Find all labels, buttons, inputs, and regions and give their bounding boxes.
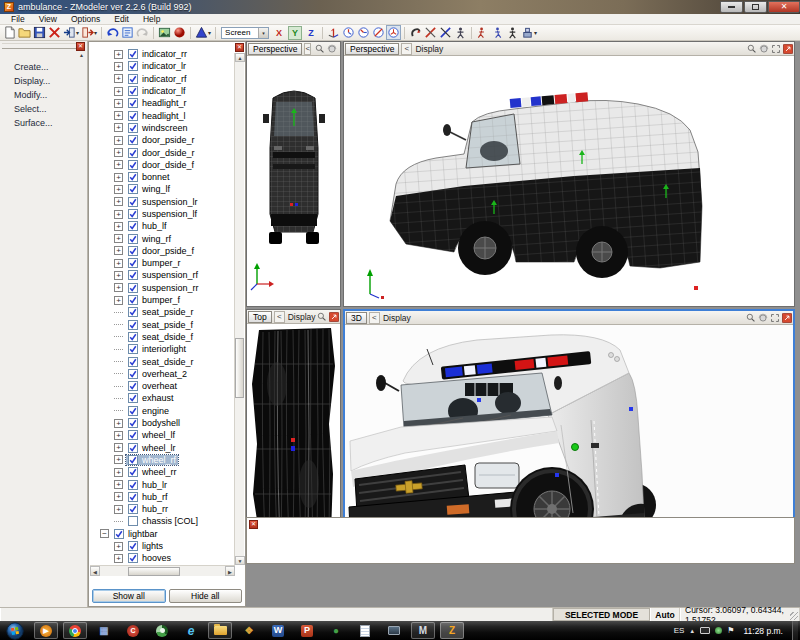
tree-item-label[interactable]: wheel_lf (142, 430, 175, 440)
viewport-type-button[interactable]: Top (248, 311, 272, 323)
tree-item-label[interactable]: exhaust (142, 393, 174, 403)
tree-item-label[interactable]: seat_pside_r (142, 307, 194, 317)
skeleton-figure-icon[interactable] (453, 25, 468, 40)
tree-item-overheat-2[interactable]: overheat_2 (90, 368, 232, 380)
tree-item-label[interactable]: indicator_lf (142, 86, 186, 96)
tree-item-label[interactable]: door_dside_f (142, 160, 194, 170)
status-auto[interactable]: Auto (650, 608, 680, 621)
visibility-checkbox[interactable] (128, 98, 138, 108)
tree-item-label[interactable]: hooves (142, 553, 171, 563)
tree-item-label[interactable]: bodyshell (142, 418, 180, 428)
rotation-mode-3-icon[interactable] (371, 25, 386, 40)
visibility-checkbox[interactable] (128, 209, 138, 219)
language-indicator[interactable]: ES (674, 626, 685, 635)
taskbar-ccleaner[interactable]: C (121, 622, 145, 639)
tree-item-wing-lf[interactable]: +wing_lf (90, 183, 232, 195)
tree-item-label[interactable]: headlight_r (142, 98, 187, 108)
tree-item-seat-pside-r[interactable]: seat_pside_r (90, 306, 232, 318)
open-icon[interactable] (17, 25, 32, 40)
visibility-checkbox[interactable] (128, 480, 138, 490)
visibility-checkbox[interactable] (128, 49, 138, 59)
create-primitive-icon[interactable] (194, 25, 209, 40)
tree-item-bodyshell[interactable]: +bodyshell (90, 417, 232, 429)
expand-red-icon[interactable] (781, 312, 792, 323)
visibility-checkbox[interactable] (128, 430, 138, 440)
tray-expand-icon[interactable]: ▲ (689, 628, 695, 634)
orbit-icon[interactable] (757, 312, 768, 323)
tree-item-hub-rr[interactable]: +hub_rr (90, 503, 232, 515)
tree-item-wheel-lr[interactable]: +wheel_lr (90, 442, 232, 454)
viewport-collapse-button[interactable]: < (274, 311, 285, 323)
export-dropdown-icon[interactable]: ▾ (94, 29, 97, 36)
visibility-checkbox[interactable] (114, 529, 124, 539)
expand-icon[interactable]: + (114, 283, 123, 292)
tree-item-lights[interactable]: +lights (90, 540, 232, 552)
menu-view[interactable]: View (32, 14, 64, 24)
tree-item-chassis-col[interactable]: chassis [COL] (90, 515, 232, 527)
maximize-viewport-icon[interactable] (770, 43, 781, 54)
tree-item-label[interactable]: overheat_2 (142, 369, 187, 379)
viewport-canvas-front[interactable] (247, 56, 340, 306)
expand-icon[interactable]: + (114, 87, 123, 96)
tree-item-hooves[interactable]: +hooves (90, 552, 232, 564)
tree-item-label[interactable]: indicator_rf (142, 74, 187, 84)
expand-icon[interactable]: + (114, 99, 123, 108)
titlebar[interactable]: Z ambulance - ZModeler ver 2.2.6 (Build … (0, 0, 800, 14)
command-display[interactable]: Display... (14, 76, 53, 86)
taskbar-image-viewer[interactable]: ▦ (92, 622, 116, 639)
visibility-checkbox[interactable] (128, 246, 138, 256)
action-center-flag-icon[interactable]: ⚑ (727, 626, 734, 635)
expand-icon[interactable]: + (114, 185, 123, 194)
zoom-icon[interactable] (745, 312, 756, 323)
visibility-checkbox[interactable] (128, 234, 138, 244)
menu-file[interactable]: File (4, 14, 32, 24)
resize-grip[interactable] (790, 612, 798, 620)
tree-item-door-dside-r[interactable]: +door_dside_r (90, 146, 232, 158)
expand-icon[interactable]: + (114, 296, 123, 305)
network-icon[interactable] (700, 627, 710, 634)
maximize-viewport-icon[interactable] (338, 43, 340, 54)
tree-item-label[interactable]: headlight_l (142, 111, 186, 121)
expand-icon[interactable]: + (114, 62, 123, 71)
hierarchy-dropdown-icon[interactable]: ▾ (534, 29, 537, 36)
expand-icon[interactable]: + (114, 111, 123, 120)
tree-item-label[interactable]: hub_rf (142, 492, 168, 502)
tree-item-label[interactable]: hub_lf (142, 221, 167, 231)
tree-item-suspension-lr[interactable]: +suspension_lr (90, 196, 232, 208)
tree-item-door-dside-f[interactable]: +door_dside_f (90, 159, 232, 171)
tree-item-lightbar[interactable]: −lightbar (90, 528, 232, 540)
scrollbar-thumb[interactable] (128, 567, 180, 576)
tree-item-label[interactable]: hub_rr (142, 504, 168, 514)
expand-icon[interactable]: + (114, 271, 123, 280)
taskbar-monitor-app[interactable] (382, 622, 406, 639)
tree-item-wheel-rr[interactable]: +wheel_rr (90, 466, 232, 478)
zoom-icon[interactable] (316, 311, 327, 322)
tree-item-indicator-lr[interactable]: +indicator_lr (90, 60, 232, 72)
axis-z-button[interactable]: Z (304, 26, 318, 40)
expand-icon[interactable]: + (114, 160, 123, 169)
visibility-checkbox[interactable] (128, 307, 138, 317)
visibility-checkbox[interactable] (128, 516, 138, 526)
minimize-button[interactable] (720, 1, 743, 13)
step-forward-icon[interactable] (490, 25, 505, 40)
viewport-type-button[interactable]: Perspective (248, 43, 302, 55)
expand-icon[interactable]: + (114, 419, 123, 428)
collapse-icon[interactable]: − (100, 529, 109, 538)
tree-item-label[interactable]: wheel_rf (142, 455, 176, 465)
maximize-viewport-icon[interactable] (769, 312, 780, 323)
tree-item-seat-dside-f[interactable]: seat_dside_f (90, 331, 232, 343)
rotation-mode-4-icon[interactable] (386, 25, 401, 40)
tree-item-overheat[interactable]: overheat (90, 380, 232, 392)
tree-item-label[interactable]: bumper_r (142, 258, 181, 268)
tree-item-label[interactable]: suspension_lf (142, 209, 197, 219)
visibility-checkbox[interactable] (128, 344, 138, 354)
expand-icon[interactable]: + (114, 136, 123, 145)
import-icon[interactable] (62, 25, 77, 40)
step-back-icon[interactable] (475, 25, 490, 40)
expand-icon[interactable]: + (114, 197, 123, 206)
material-editor-icon[interactable] (172, 25, 187, 40)
tree-item-label[interactable]: door_pside_f (142, 246, 194, 256)
close-button[interactable]: ✕ (768, 1, 800, 13)
visibility-checkbox[interactable] (128, 74, 138, 84)
visibility-checkbox[interactable] (128, 197, 138, 207)
